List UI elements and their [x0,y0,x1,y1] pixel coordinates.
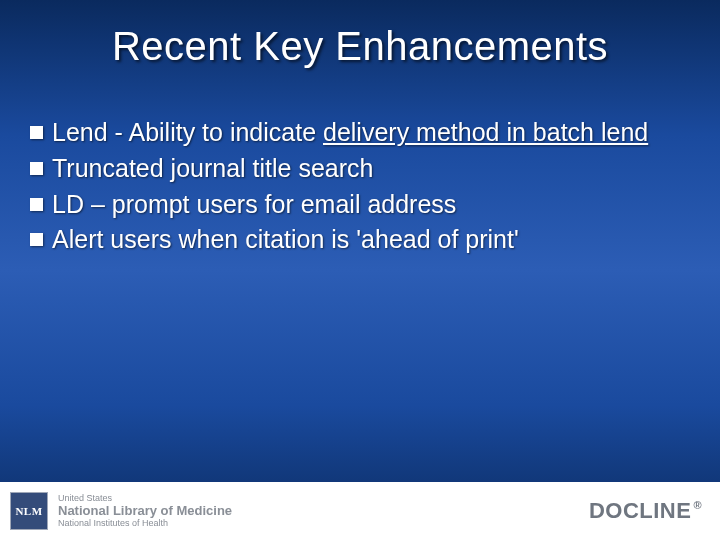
nlm-line3: National Institutes of Health [58,518,232,528]
registered-icon: ® [693,499,702,511]
docline-brand: DOCLINE® [589,498,702,524]
nlm-block: NLM United States National Library of Me… [10,492,232,530]
bullet-text-prefix: Alert users when citation is 'ahead of p… [52,225,519,253]
bullet-text-prefix: Truncated journal title search [52,154,373,182]
slide: Recent Key Enhancements Lend - Ability t… [0,0,720,540]
list-item: Alert users when citation is 'ahead of p… [30,223,690,257]
bullet-icon [30,162,43,175]
nlm-line2: National Library of Medicine [58,504,232,519]
nlm-line1: United States [58,493,232,503]
list-item: Lend - Ability to indicate delivery meth… [30,116,690,150]
footer: NLM United States National Library of Me… [0,482,720,540]
list-item: LD – prompt users for email address [30,188,690,222]
nlm-logo-icon: NLM [10,492,48,530]
list-item: Truncated journal title search [30,152,690,186]
bullet-list: Lend - Ability to indicate delivery meth… [30,116,690,259]
bullet-text-prefix: LD – prompt users for email address [52,190,456,218]
bullet-icon [30,198,43,211]
slide-title: Recent Key Enhancements [0,24,720,69]
bullet-text-prefix: Lend - Ability to indicate [52,118,323,146]
bullet-icon [30,233,43,246]
bullet-icon [30,126,43,139]
docline-text: DOCLINE [589,498,692,524]
bullet-text-underlined: delivery method in batch lend [323,118,648,146]
nlm-text: United States National Library of Medici… [58,493,232,529]
